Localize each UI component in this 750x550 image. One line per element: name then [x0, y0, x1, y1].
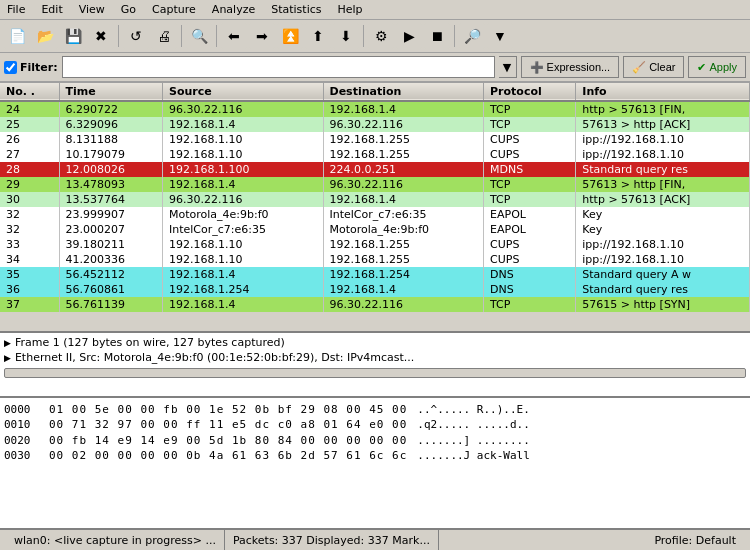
detail-scroll[interactable]	[4, 367, 746, 379]
table-cell: TCP	[484, 117, 576, 132]
col-protocol[interactable]: Protocol	[484, 83, 576, 101]
table-cell: Motorola_4e:9b:f0	[162, 207, 323, 222]
detail-ethernet-item[interactable]: ▶ Ethernet II, Src: Motorola_4e:9b:f0 (0…	[4, 350, 746, 365]
table-cell: DNS	[484, 282, 576, 297]
menu-capture[interactable]: Capture	[149, 2, 199, 17]
table-cell: 27	[0, 147, 59, 162]
capture-start-button[interactable]: ▶	[396, 23, 422, 49]
hex-ascii: ..^..... R..)..E.	[417, 402, 530, 417]
hex-rows: 000001 00 5e 00 00 fb 00 1e 52 0b bf 29 …	[4, 402, 746, 464]
table-row[interactable]: 3656.760861192.168.1.254192.168.1.4DNSSt…	[0, 282, 750, 297]
table-cell: 192.168.1.10	[162, 252, 323, 267]
filter-dropdown-arrow[interactable]: ▼	[499, 56, 517, 78]
apply-icon: ✔	[697, 61, 706, 74]
table-row[interactable]: 3756.761139192.168.1.496.30.22.116TCP576…	[0, 297, 750, 312]
status-profile: Profile: Default	[646, 530, 744, 550]
clear-label: Clear	[649, 61, 675, 73]
table-cell: 96.30.22.116	[323, 117, 484, 132]
packet-table: No. . Time Source Destination Protocol I…	[0, 83, 750, 312]
table-row[interactable]: 2812.008026192.168.1.100224.0.0.251MDNSS…	[0, 162, 750, 177]
table-row[interactable]: 246.29072296.30.22.116192.168.1.4TCPhttp…	[0, 101, 750, 117]
goto-first-button[interactable]: ⏫	[277, 23, 303, 49]
toolbar: 📄 📂 💾 ✖ ↺ 🖨 🔍 ⬅ ➡ ⏫ ⬆ ⬇ ⚙ ▶ ⏹ 🔎 ▼	[0, 20, 750, 53]
table-cell: 192.168.1.4	[323, 192, 484, 207]
table-cell: 96.30.22.116	[162, 101, 323, 117]
table-row[interactable]: 3013.53776496.30.22.116192.168.1.4TCPhtt…	[0, 192, 750, 207]
detail-frame-item[interactable]: ▶ Frame 1 (127 bytes on wire, 127 bytes …	[4, 335, 746, 350]
menu-view[interactable]: View	[76, 2, 108, 17]
packet-list-scroll[interactable]: No. . Time Source Destination Protocol I…	[0, 83, 750, 331]
table-row[interactable]: 3223.999907Motorola_4e:9b:f0IntelCor_c7:…	[0, 207, 750, 222]
close-button[interactable]: ✖	[88, 23, 114, 49]
toolbar-sep-4	[363, 25, 364, 47]
detail-ethernet-icon: ▶	[4, 353, 11, 363]
menu-go[interactable]: Go	[118, 2, 139, 17]
menu-file[interactable]: File	[4, 2, 28, 17]
table-cell: 192.168.1.100	[162, 162, 323, 177]
table-cell: 192.168.1.10	[162, 132, 323, 147]
goto-prev-button[interactable]: ⬆	[305, 23, 331, 49]
print-button[interactable]: 🖨	[151, 23, 177, 49]
table-cell: ipp://192.168.1.10	[576, 132, 750, 147]
back-button[interactable]: ⬅	[221, 23, 247, 49]
table-cell: 24	[0, 101, 59, 117]
hex-bytes: 00 02 00 00 00 00 0b 4a 61 63 6b 2d 57 6…	[49, 448, 407, 463]
clear-button[interactable]: 🧹 Clear	[623, 56, 684, 78]
menu-help[interactable]: Help	[335, 2, 366, 17]
table-row[interactable]: 2913.478093192.168.1.496.30.22.116TCP576…	[0, 177, 750, 192]
table-cell: 34	[0, 252, 59, 267]
filter-input[interactable]	[62, 56, 495, 78]
table-row[interactable]: 268.131188192.168.1.10192.168.1.255CUPSi…	[0, 132, 750, 147]
find-button[interactable]: 🔍	[186, 23, 212, 49]
status-interface: wlan0: <live capture in progress> ...	[6, 530, 225, 550]
table-cell: 192.168.1.4	[162, 177, 323, 192]
more-button[interactable]: ▼	[487, 23, 513, 49]
table-row[interactable]: 2710.179079192.168.1.10192.168.1.255CUPS…	[0, 147, 750, 162]
col-time[interactable]: Time	[59, 83, 162, 101]
clear-icon: 🧹	[632, 61, 646, 74]
table-cell: 192.168.1.10	[162, 237, 323, 252]
menu-statistics[interactable]: Statistics	[268, 2, 324, 17]
new-capture-button[interactable]: 📄	[4, 23, 30, 49]
toolbar-sep-3	[216, 25, 217, 47]
table-row[interactable]: 3223.000207IntelCor_c7:e6:35Motorola_4e:…	[0, 222, 750, 237]
menu-analyze[interactable]: Analyze	[209, 2, 258, 17]
table-cell: Standard query res	[576, 162, 750, 177]
table-cell: 26	[0, 132, 59, 147]
capture-stop-button[interactable]: ⏹	[424, 23, 450, 49]
forward-button[interactable]: ➡	[249, 23, 275, 49]
table-cell: 25	[0, 117, 59, 132]
table-row[interactable]: 3339.180211192.168.1.10192.168.1.255CUPS…	[0, 237, 750, 252]
filter-checkbox[interactable]	[4, 61, 17, 74]
table-cell: 28	[0, 162, 59, 177]
table-cell: 37	[0, 297, 59, 312]
hex-row: 002000 fb 14 e9 14 e9 00 5d 1b 80 84 00 …	[4, 433, 746, 448]
menu-edit[interactable]: Edit	[38, 2, 65, 17]
expression-button[interactable]: ➕ Expression...	[521, 56, 620, 78]
apply-button[interactable]: ✔ Apply	[688, 56, 746, 78]
col-source[interactable]: Source	[162, 83, 323, 101]
hex-ascii: .......J ack-Wall	[417, 448, 530, 463]
col-info[interactable]: Info	[576, 83, 750, 101]
table-cell: Standard query res	[576, 282, 750, 297]
col-destination[interactable]: Destination	[323, 83, 484, 101]
packet-detail-container: ▶ Frame 1 (127 bytes on wire, 127 bytes …	[0, 333, 750, 398]
open-button[interactable]: 📂	[32, 23, 58, 49]
hex-ascii: .q2..... .....d..	[417, 417, 530, 432]
table-cell: 13.478093	[59, 177, 162, 192]
hex-bytes: 00 71 32 97 00 00 ff 11 e5 dc c0 a8 01 6…	[49, 417, 407, 432]
table-row[interactable]: 3556.452112192.168.1.4192.168.1.254DNSSt…	[0, 267, 750, 282]
capture-options-button[interactable]: ⚙	[368, 23, 394, 49]
reload-button[interactable]: ↺	[123, 23, 149, 49]
table-cell: http > 57613 [ACK]	[576, 192, 750, 207]
goto-next-button[interactable]: ⬇	[333, 23, 359, 49]
save-button[interactable]: 💾	[60, 23, 86, 49]
zoom-in-button[interactable]: 🔎	[459, 23, 485, 49]
detail-frame-label: Frame 1 (127 bytes on wire, 127 bytes ca…	[15, 336, 285, 349]
table-cell: CUPS	[484, 252, 576, 267]
table-row[interactable]: 3441.200336192.168.1.10192.168.1.255CUPS…	[0, 252, 750, 267]
col-no[interactable]: No. .	[0, 83, 59, 101]
table-cell: TCP	[484, 297, 576, 312]
table-cell: 224.0.0.251	[323, 162, 484, 177]
table-row[interactable]: 256.329096192.168.1.496.30.22.116TCP5761…	[0, 117, 750, 132]
